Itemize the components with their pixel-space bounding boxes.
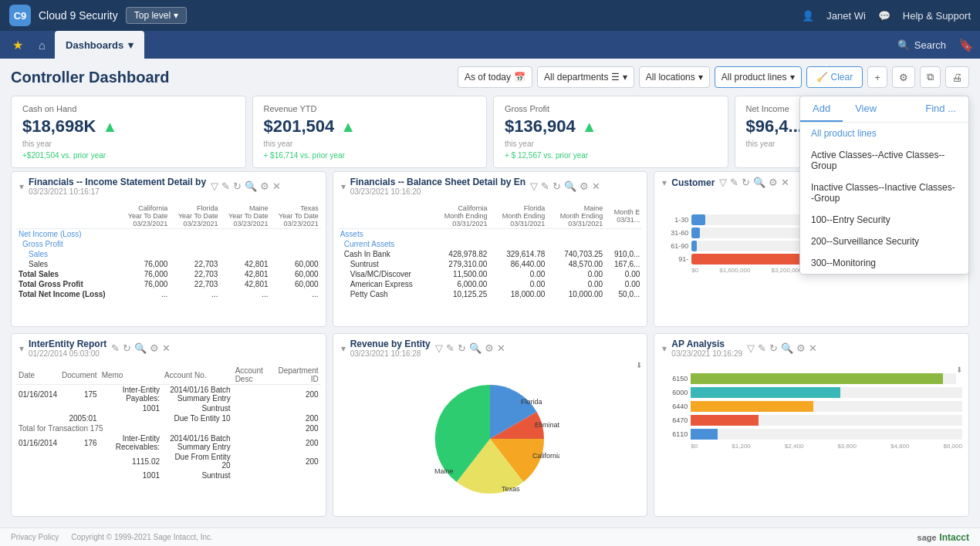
search-icon-c[interactable]: 🔍: [753, 177, 765, 188]
search-icon: 🔍: [897, 39, 910, 51]
settings-icon-ap[interactable]: ⚙: [796, 342, 806, 354]
edit-icon[interactable]: ✎: [221, 180, 230, 192]
nav-dashboards[interactable]: Dashboards ▾: [55, 31, 144, 59]
customers-widget-title: Customer: [671, 177, 715, 188]
download-icon-re[interactable]: ⬇: [636, 361, 642, 369]
widget-collapse-balance[interactable]: ▾: [341, 181, 346, 192]
page-title: Controller Dashboard: [11, 69, 451, 86]
dropdown-tab-add[interactable]: Add: [800, 96, 843, 122]
widget-income-statement: ▾ Financials -- Income Statement Detail …: [11, 171, 326, 327]
search-icon-re[interactable]: 🔍: [469, 342, 482, 354]
dropdown-item-0[interactable]: All product lines: [800, 123, 968, 144]
kpi-cash: Cash on Hand $18,698K ▲ this year +$201,…: [11, 96, 246, 168]
kpi-cash-label: Cash on Hand: [22, 104, 235, 113]
table-row: Visa/MC/Discover11,500.000.000.000.00: [338, 269, 643, 279]
svg-text:Florida: Florida: [521, 398, 542, 406]
location-filter[interactable]: All locations ▾: [639, 66, 710, 88]
product-line-filter[interactable]: All product lines ▾: [715, 66, 802, 88]
edit-icon-c[interactable]: ✎: [730, 177, 738, 188]
filter-icon-c[interactable]: ▽: [719, 177, 727, 188]
dropdown-tab-view[interactable]: View: [843, 96, 889, 122]
delete-icon[interactable]: ✕: [272, 180, 281, 192]
refresh-icon-c[interactable]: ↻: [742, 177, 750, 188]
kpi-gp-value: $136,904: [505, 116, 576, 136]
department-filter[interactable]: All departments ☰ ▾: [537, 66, 634, 88]
search-icon-ap[interactable]: 🔍: [781, 342, 793, 354]
app-name: Cloud 9 Security: [39, 9, 118, 22]
widget-collapse-revenue[interactable]: ▾: [341, 343, 346, 354]
balance-widget-title: Financials -- Balance Sheet Detail by En: [350, 177, 525, 187]
filter-icon-b[interactable]: ▽: [530, 180, 538, 192]
dropdown-item-5[interactable]: 300--Monitoring: [800, 252, 968, 274]
search-icon-ie[interactable]: 🔍: [134, 342, 147, 354]
edit-icon-re[interactable]: ✎: [446, 342, 455, 354]
delete-icon-ap[interactable]: ✕: [809, 342, 817, 354]
home-icon[interactable]: ⌂: [32, 39, 52, 52]
refresh-icon-re[interactable]: ↻: [458, 342, 466, 354]
dropdown-tab-find[interactable]: Find ...: [913, 96, 968, 122]
favorites-icon[interactable]: ★: [6, 38, 29, 52]
filter-icon-re[interactable]: ▽: [435, 342, 443, 354]
refresh-icon[interactable]: ↻: [233, 180, 242, 192]
delete-icon-ie[interactable]: ✕: [162, 342, 171, 354]
top-level-button[interactable]: Top level ▾: [126, 7, 187, 24]
help-link[interactable]: Help & Support: [903, 10, 971, 22]
kpi-cash-arrow: ▲: [102, 118, 117, 136]
page-header: Controller Dashboard As of today 📅 All d…: [11, 66, 969, 88]
refresh-icon-b[interactable]: ↻: [553, 180, 561, 192]
date-filter[interactable]: As of today 📅: [458, 66, 532, 88]
widget-collapse-interentity[interactable]: ▾: [19, 343, 24, 354]
ap-widget-body: ⬇ 6150 6000 6440 6470: [654, 361, 968, 516]
dropdown-item-2[interactable]: Inactive Classes--Inactive Classes--Grou…: [800, 177, 968, 209]
filter-icon-ap[interactable]: ▽: [747, 342, 755, 354]
edit-icon-ie[interactable]: ✎: [111, 342, 120, 354]
income-widget-body: CaliforniaYear To Date03/23/2021 Florida…: [12, 199, 326, 326]
ap-widget-date: 03/23/2021 10:16:29: [671, 349, 742, 358]
table-row: 1115.02Due From Entity 20200: [16, 452, 321, 470]
table-row: 1001Suntrust: [16, 403, 321, 413]
income-widget-title: Financials -- Income Statement Detail by: [29, 177, 206, 187]
settings-icon-re[interactable]: ⚙: [485, 342, 494, 354]
table-row: Cash In Bank428,978.82329,614.78740,703.…: [338, 249, 643, 259]
widget-interentity: ▾ InterEntity Report 01/22/2014 05:03:00…: [11, 333, 326, 517]
ap-bar-6440: 6440: [661, 401, 962, 412]
privacy-link[interactable]: Privacy Policy: [11, 533, 59, 541]
edit-icon-ap[interactable]: ✎: [758, 342, 766, 354]
copy-button[interactable]: ⧉: [920, 66, 941, 88]
delete-icon-b[interactable]: ✕: [592, 180, 600, 192]
delete-icon-re[interactable]: ✕: [497, 342, 505, 354]
bookmark-icon[interactable]: 🔖: [958, 38, 974, 52]
refresh-icon-ap[interactable]: ↻: [769, 342, 778, 354]
delete-icon-c[interactable]: ✕: [781, 177, 789, 188]
dropdown-item-4[interactable]: 200--Surveillance Security: [800, 231, 968, 252]
search-button[interactable]: 🔍 Search: [888, 36, 955, 54]
dropdown-tab-bar: Add View Find ...: [800, 96, 968, 123]
widget-collapse-customers[interactable]: ▾: [662, 177, 667, 188]
download-icon-ap[interactable]: ⬇: [956, 366, 962, 374]
footer: Privacy Policy Copyright © 1999-2021 Sag…: [0, 527, 980, 546]
settings-icon-c[interactable]: ⚙: [769, 177, 778, 188]
kpi-gross-profit: Gross Profit $136,904 ▲ this year + $ 12…: [493, 96, 728, 168]
table-row: Total Sales76,00022,70342,80160,000: [16, 269, 321, 279]
search-icon2[interactable]: 🔍: [245, 180, 257, 192]
dropdown-item-1[interactable]: Active Classes--Active Classes--Group: [800, 144, 968, 177]
settings-icon-b[interactable]: ⚙: [580, 180, 589, 192]
dropdown-item-3[interactable]: 100--Entry Security: [800, 209, 968, 231]
kpi-revenue-label: Revenue YTD: [264, 104, 476, 113]
edit-icon-b[interactable]: ✎: [541, 180, 549, 192]
clear-button[interactable]: 🧹 Clear: [806, 66, 863, 88]
settings-button[interactable]: ⚙: [892, 66, 915, 88]
print-button[interactable]: 🖨: [945, 66, 969, 88]
add-widget-button[interactable]: +: [867, 66, 887, 88]
table-row: Current Assets: [338, 239, 643, 249]
search-icon-b[interactable]: 🔍: [564, 180, 576, 192]
filter-icon[interactable]: ▽: [211, 180, 218, 192]
widget-collapse-income[interactable]: ▾: [19, 181, 24, 192]
settings-icon-ie[interactable]: ⚙: [150, 342, 159, 354]
settings-icon2[interactable]: ⚙: [260, 180, 269, 192]
refresh-icon-ie[interactable]: ↻: [123, 342, 131, 354]
revenue-widget-title: Revenue by Entity: [350, 339, 431, 349]
kpi-cash-period: this year: [22, 140, 235, 148]
widget-collapse-ap[interactable]: ▾: [662, 343, 667, 354]
user-name[interactable]: Janet Wi: [826, 10, 866, 22]
